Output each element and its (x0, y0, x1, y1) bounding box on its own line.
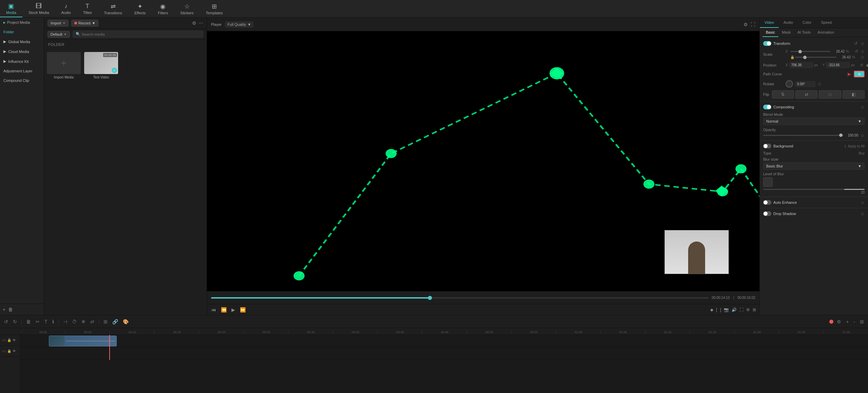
flip-btn4[interactable]: ◧ (843, 90, 865, 99)
test-video-item[interactable]: 00:00:05 ✓ Test Video (84, 52, 118, 312)
snap-button[interactable]: ⊞ (102, 318, 109, 325)
nav-item-titles[interactable]: T Titles (77, 0, 98, 17)
undo-button[interactable]: ↺ (3, 318, 10, 325)
opacity-slider[interactable] (763, 135, 843, 136)
keyframe-button[interactable]: ◆ (710, 307, 713, 312)
subtab-mask[interactable]: Mask (778, 28, 794, 37)
search-input[interactable] (82, 32, 200, 36)
drop-shadow-header[interactable]: Drop Shadow ◇ (760, 210, 868, 218)
auto-enhance-header[interactable]: Auto Enhance ◇ (760, 198, 868, 207)
settings-button[interactable]: ⚙ (746, 307, 750, 312)
play-button[interactable]: ▶ (230, 307, 236, 312)
auto-enhance-toggle[interactable] (763, 200, 771, 205)
tab-video[interactable]: Video (760, 18, 779, 28)
rotate-input[interactable] (795, 81, 815, 87)
sidebar-item-cloud-media[interactable]: ▶ Cloud Media (0, 47, 44, 56)
scale-x-keyframe[interactable]: ◇ (860, 49, 865, 54)
nav-item-audio[interactable]: ♪ Audio (55, 0, 77, 17)
out-point-button[interactable]: ] (720, 307, 721, 312)
background-info-icon[interactable]: ℹ (845, 144, 846, 148)
track2-eye-btn[interactable]: 👁 (13, 338, 16, 342)
subtab-basic[interactable]: Basic (762, 28, 778, 37)
sidebar-item-adjustment-layer[interactable]: Adjustment Layer (0, 66, 44, 76)
color-button[interactable]: 🎨 (121, 318, 130, 325)
blur-style-select[interactable]: Basic Blur ▼ (763, 162, 865, 170)
compositing-keyframe[interactable]: ◇ (860, 105, 865, 109)
transform-reset-button[interactable]: ↺ (853, 41, 858, 46)
apply-to-all-button[interactable]: Apply to All (848, 144, 865, 148)
more-button[interactable]: ⋯ (199, 20, 203, 26)
preview-expand-button[interactable]: ⛶ (751, 22, 755, 27)
add-folder-button[interactable]: + (3, 307, 5, 312)
nav-item-stickers[interactable]: ☆ Stickers (174, 0, 200, 17)
tab-audio[interactable]: Audio (779, 18, 798, 28)
subtab-ai-tools[interactable]: AI Tools (794, 28, 814, 37)
path-curve-toggle[interactable]: ⊞ (854, 71, 865, 77)
split-button[interactable]: ⊣ (62, 318, 69, 325)
timeline-settings-btn[interactable]: ⚙ (835, 318, 843, 325)
flip-horizontal-button[interactable]: ⇅ (772, 90, 794, 99)
delete-folder-button[interactable]: 🗑 (8, 307, 13, 312)
flip-btn3[interactable]: □ (819, 90, 841, 99)
video-clip-2[interactable] (49, 336, 117, 346)
compositing-section-header[interactable]: Compositing ◇ (760, 103, 868, 111)
transform-section-header[interactable]: Transform ↺ ◇ (760, 39, 868, 48)
sidebar-item-folder[interactable]: Folder (0, 27, 44, 37)
text-button[interactable]: T (43, 318, 49, 325)
nav-item-media[interactable]: ▣ Media (0, 0, 22, 17)
default-view-button[interactable]: Default ▼ (48, 31, 70, 38)
scale-y-keyframe[interactable]: ◇ (860, 55, 865, 59)
cut-button[interactable]: ✂ (34, 318, 41, 325)
progress-bar[interactable] (211, 297, 709, 299)
flip-vertical-button[interactable]: ⇄ (795, 90, 817, 99)
nav-item-stock-media[interactable]: 🎞 Stock Media (22, 0, 55, 17)
timeline-zoom-out-btn[interactable]: - (852, 318, 856, 325)
nav-item-templates[interactable]: ⊞ Templates (200, 0, 229, 17)
skip-back-button[interactable]: ⏮ (210, 307, 217, 312)
import-button[interactable]: Import ▼ (48, 20, 69, 26)
sidebar-item-influence-kit[interactable]: ▶ Influence Kit (0, 56, 44, 66)
redo-button[interactable]: ↻ (12, 318, 18, 325)
rotate-keyframe[interactable]: ◇ (817, 82, 822, 86)
record-button[interactable]: Record ▼ (71, 20, 98, 26)
freeze-button[interactable]: ❄ (80, 318, 87, 325)
transform-keyframe-button[interactable]: ◇ (860, 41, 865, 46)
transition-btn[interactable]: ⇄ (89, 318, 96, 325)
position-y-input[interactable] (826, 62, 850, 68)
track1-eye-btn[interactable]: 👁 (13, 349, 16, 353)
tab-speed[interactable]: Speed (816, 18, 836, 28)
position-keyframe[interactable]: ◆ (865, 63, 868, 68)
fullscreen-button[interactable]: ⛶ (739, 307, 743, 312)
canvas-area[interactable] (207, 31, 759, 291)
frame-forward-button[interactable]: ⏩ (239, 307, 247, 312)
speed-button[interactable]: ⏱ (71, 318, 78, 325)
blur-level-slider[interactable] (763, 189, 865, 190)
progress-thumb[interactable] (428, 296, 432, 300)
sidebar-item-global-media[interactable]: ▶ Global Media (0, 37, 44, 47)
position-reset[interactable]: ↺ (859, 63, 864, 68)
track2-lock-btn[interactable]: 🔒 (7, 338, 11, 342)
delete-clip-button[interactable]: 🗑 (25, 318, 32, 325)
auto-enhance-keyframe[interactable]: ◇ (860, 200, 865, 205)
filter-button[interactable]: ⚙ (192, 20, 196, 26)
nav-item-effects[interactable]: ✦ Effects (128, 0, 152, 17)
tab-color[interactable]: Color (798, 18, 816, 28)
nav-item-filters[interactable]: ◉ Filters (152, 0, 174, 17)
background-toggle[interactable] (763, 144, 771, 148)
link-button[interactable]: 🔗 (111, 318, 119, 325)
in-point-button[interactable]: [ (716, 307, 717, 312)
nav-item-transitions[interactable]: ⇌ Transitions (98, 0, 128, 17)
compositing-toggle[interactable] (763, 105, 771, 109)
track1-lock-btn[interactable]: 🔒 (7, 349, 11, 353)
frame-back-button[interactable]: ⏪ (220, 307, 228, 312)
sidebar-item-compound-clip[interactable]: Compound Clip (0, 76, 44, 85)
scale-x-reset[interactable]: ↺ (854, 49, 859, 54)
opacity-keyframe[interactable]: ◇ (860, 133, 865, 138)
quality-select[interactable]: Full Quality ▼ (225, 21, 253, 28)
snapshot-button[interactable]: 📷 (724, 307, 729, 312)
preview-settings-button[interactable]: ⚙ (743, 22, 748, 27)
drop-shadow-keyframe[interactable]: ◇ (860, 211, 865, 216)
import-media-item[interactable]: + Import Media (47, 52, 81, 312)
timeline-grid-btn[interactable]: ⊞ (858, 318, 865, 325)
drop-shadow-toggle[interactable] (763, 211, 771, 216)
